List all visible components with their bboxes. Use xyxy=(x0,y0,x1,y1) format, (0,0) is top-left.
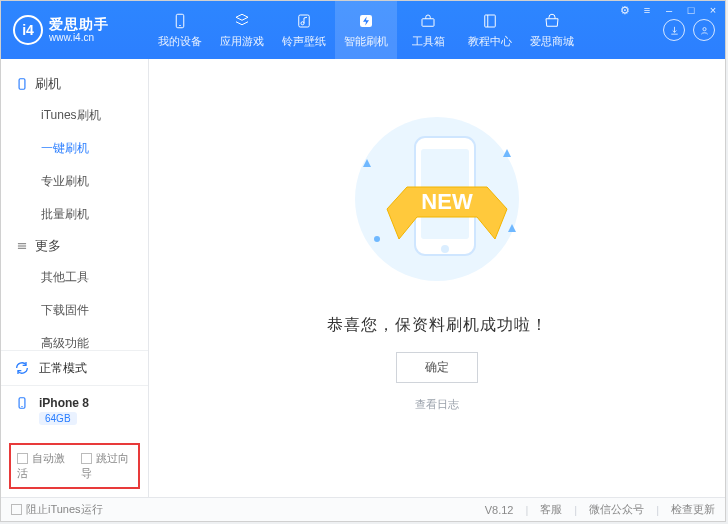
menu-icon[interactable]: ≡ xyxy=(640,4,654,17)
shop-icon xyxy=(542,11,562,31)
view-log-link[interactable]: 查看日志 xyxy=(415,397,459,412)
check-update-link[interactable]: 检查更新 xyxy=(671,502,715,517)
svg-rect-9 xyxy=(19,79,25,90)
sidebar-item[interactable]: 高级功能 xyxy=(1,327,148,350)
brand-logo-icon: i4 xyxy=(13,15,43,45)
music-icon xyxy=(294,11,314,31)
download-button[interactable] xyxy=(663,19,685,41)
sidebar-item[interactable]: 下载固件 xyxy=(1,294,148,327)
nav-label: 教程中心 xyxy=(468,34,512,49)
sidebar-item[interactable]: 批量刷机 xyxy=(1,198,148,231)
group-title: 刷机 xyxy=(35,75,61,93)
flash-icon xyxy=(356,11,376,31)
nav-apps[interactable]: 应用游戏 xyxy=(211,1,273,59)
nav-music[interactable]: 铃声壁纸 xyxy=(273,1,335,59)
device-mode[interactable]: 正常模式 xyxy=(1,351,148,386)
nav-label: 智能刷机 xyxy=(344,34,388,49)
refresh-icon xyxy=(13,359,31,377)
nav-phone[interactable]: 我的设备 xyxy=(149,1,211,59)
sidebar-bottom: 正常模式 iPhone 8 64GB 自动激活 跳过向导 xyxy=(1,350,148,497)
sidebar-item[interactable]: 一键刷机 xyxy=(1,132,148,165)
nav-toolbox[interactable]: 工具箱 xyxy=(397,1,459,59)
nav-label: 我的设备 xyxy=(158,34,202,49)
confirm-button[interactable]: 确定 xyxy=(396,352,478,383)
wechat-link[interactable]: 微信公众号 xyxy=(589,502,644,517)
device-info[interactable]: iPhone 8 64GB xyxy=(1,386,148,439)
skip-guide-checkbox[interactable]: 跳过向导 xyxy=(81,451,133,481)
book-icon xyxy=(480,11,500,31)
version-label: V8.12 xyxy=(485,504,514,516)
app-header: ⚙ ≡ – □ × i4 爱思助手 www.i4.cn 我的设备应用游戏铃声壁纸… xyxy=(1,1,725,59)
support-link[interactable]: 客服 xyxy=(540,502,562,517)
brand-title: 爱思助手 xyxy=(49,17,109,32)
device-name: iPhone 8 xyxy=(39,396,89,410)
settings-icon[interactable]: ⚙ xyxy=(618,4,632,17)
nav-label: 应用游戏 xyxy=(220,34,264,49)
brand-subtitle: www.i4.cn xyxy=(49,32,109,43)
maximize-button[interactable]: □ xyxy=(684,4,698,17)
auto-activate-checkbox[interactable]: 自动激活 xyxy=(17,451,69,481)
nav-label: 工具箱 xyxy=(412,34,445,49)
new-banner-text: NEW xyxy=(421,189,473,214)
nav-label: 铃声壁纸 xyxy=(282,34,326,49)
svg-point-19 xyxy=(374,236,380,242)
svg-point-8 xyxy=(702,27,705,30)
phone-outline-icon xyxy=(15,77,29,91)
brand: i4 爱思助手 www.i4.cn xyxy=(1,1,149,59)
nav-book[interactable]: 教程中心 xyxy=(459,1,521,59)
user-button[interactable] xyxy=(693,19,715,41)
sidebar-item[interactable]: 其他工具 xyxy=(1,261,148,294)
phone-icon xyxy=(170,11,190,31)
main-content: NEW 恭喜您，保资料刷机成功啦！ 确定 查看日志 xyxy=(149,59,725,497)
group-title: 更多 xyxy=(35,237,61,255)
svg-point-22 xyxy=(441,245,449,253)
svg-rect-5 xyxy=(422,19,434,27)
toolbox-icon xyxy=(418,11,438,31)
sidebar-item[interactable]: 专业刷机 xyxy=(1,165,148,198)
nav-label: 爱思商城 xyxy=(530,34,574,49)
device-mode-label: 正常模式 xyxy=(39,360,87,377)
flash-options: 自动激活 跳过向导 xyxy=(9,443,140,489)
block-itunes-checkbox[interactable]: 阻止iTunes运行 xyxy=(11,502,103,517)
more-icon xyxy=(15,239,29,253)
sidebar: 刷机iTunes刷机一键刷机专业刷机批量刷机更多其他工具下载固件高级功能 正常模… xyxy=(1,59,149,497)
svg-rect-6 xyxy=(485,15,496,27)
window-controls: ⚙ ≡ – □ × xyxy=(618,4,720,17)
success-illustration: NEW xyxy=(337,109,537,289)
close-button[interactable]: × xyxy=(706,4,720,17)
sidebar-group-1[interactable]: 更多 xyxy=(1,231,148,261)
nav-shop[interactable]: 爱思商城 xyxy=(521,1,583,59)
phone-icon xyxy=(13,394,31,412)
status-bar: 阻止iTunes运行 V8.12 | 客服 | 微信公众号 | 检查更新 xyxy=(1,497,725,521)
nav-flash[interactable]: 智能刷机 xyxy=(335,1,397,59)
apps-icon xyxy=(232,11,252,31)
success-message: 恭喜您，保资料刷机成功啦！ xyxy=(327,315,548,336)
top-nav: 我的设备应用游戏铃声壁纸智能刷机工具箱教程中心爱思商城 xyxy=(149,1,605,59)
minimize-button[interactable]: – xyxy=(662,4,676,17)
storage-badge: 64GB xyxy=(39,412,77,425)
sidebar-item[interactable]: iTunes刷机 xyxy=(1,99,148,132)
sidebar-group-0[interactable]: 刷机 xyxy=(1,69,148,99)
